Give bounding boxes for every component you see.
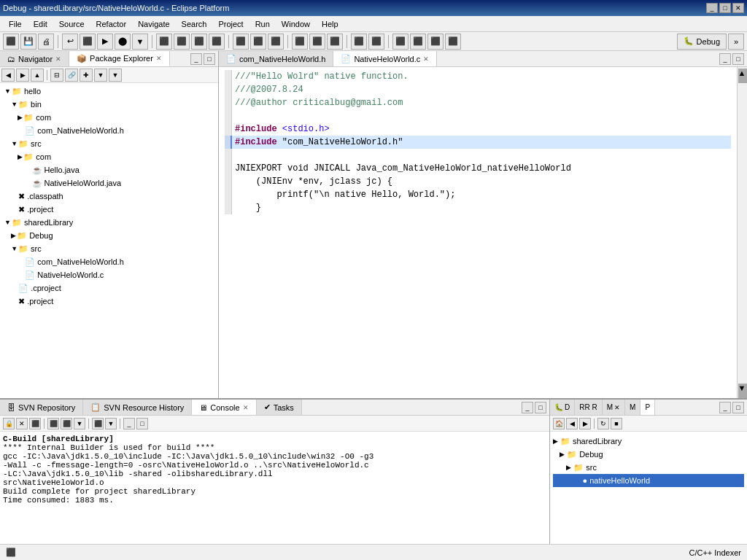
console-clear-btn[interactable]: ✕ bbox=[16, 418, 28, 429]
tree-item[interactable]: ✖.project bbox=[1, 295, 217, 308]
console-btn2[interactable]: ⬛ bbox=[61, 418, 72, 429]
toolbar-btn-7[interactable]: ⬤ bbox=[115, 34, 131, 50]
navigator-close-icon[interactable]: ✕ bbox=[55, 55, 61, 63]
editor-tab-c[interactable]: 📄 NativeHeloWorld.c ✕ bbox=[333, 51, 437, 66]
toolbar-btn-8[interactable]: ▼ bbox=[132, 34, 148, 50]
tree-item[interactable]: ▶📁com bbox=[1, 150, 217, 163]
close-button[interactable]: ✕ bbox=[732, 3, 744, 13]
scrollbar-up[interactable]: ▲ bbox=[738, 69, 747, 83]
minimize-button[interactable]: _ bbox=[706, 3, 718, 13]
editor-minimize[interactable]: _ bbox=[719, 53, 731, 65]
up-button[interactable]: ▲ bbox=[31, 69, 44, 82]
toolbar-btn-2[interactable]: 💾 bbox=[20, 34, 36, 50]
tree-item[interactable]: ▶📁com bbox=[1, 111, 217, 124]
tree-item[interactable]: ▼📁src bbox=[1, 137, 217, 150]
toolbar-btn-4[interactable]: ↩ bbox=[62, 34, 78, 50]
br-tab-d[interactable]: 🐛 D bbox=[550, 400, 575, 415]
tree-item[interactable]: ▼📁hello bbox=[1, 85, 217, 98]
br-tree-item[interactable]: ▶📁Debug bbox=[553, 448, 744, 461]
tab-package-explorer[interactable]: 📦 Package Explorer ✕ bbox=[69, 51, 170, 66]
editor-scrollbar[interactable]: ▲ ▼ bbox=[737, 67, 747, 398]
bottom-maximize[interactable]: □ bbox=[535, 402, 546, 413]
br-home-btn[interactable]: 🏠 bbox=[553, 418, 565, 429]
tree-item[interactable]: ☕NativeHeloWorld.java bbox=[1, 176, 217, 190]
console-close-icon[interactable]: ✕ bbox=[243, 404, 249, 411]
console-btn1[interactable]: ⬛ bbox=[47, 418, 59, 429]
package-explorer-close-icon[interactable]: ✕ bbox=[156, 55, 162, 62]
tree-item[interactable]: ✖.project bbox=[1, 203, 217, 216]
toolbar-btn-1[interactable]: ⬛ bbox=[3, 34, 19, 50]
toolbar-btn-20[interactable]: ⬛ bbox=[368, 34, 384, 50]
bottom-minimize[interactable]: _ bbox=[522, 402, 533, 413]
scrollbar-down[interactable]: ▼ bbox=[738, 384, 747, 398]
br-tree-item[interactable]: ▶📁sharedLibrary bbox=[553, 435, 744, 448]
br-tab-m1[interactable]: M ✕ bbox=[603, 400, 625, 415]
br-back-btn[interactable]: ◀ bbox=[566, 418, 578, 429]
back-button[interactable]: ◀ bbox=[1, 69, 15, 82]
code-area[interactable]: ///"Hello Wolrd" native function.///@200… bbox=[219, 67, 737, 398]
tab-svn-history[interactable]: 📋 SVN Resource History bbox=[83, 400, 192, 415]
tree-item[interactable]: 📄.cproject bbox=[1, 281, 217, 295]
console-btn4[interactable]: ⬛ bbox=[92, 418, 104, 429]
toolbar-btn-24[interactable]: ⬛ bbox=[445, 34, 461, 50]
br-tree-item[interactable]: ●nativeHelloWorld bbox=[553, 474, 744, 487]
tab-navigator[interactable]: 🗂 Navigator ✕ bbox=[0, 51, 69, 66]
menu-file[interactable]: File bbox=[3, 18, 28, 30]
debug-perspective-button[interactable]: 🐛 Debug bbox=[677, 34, 727, 50]
tree-item[interactable]: 📄NativeHeloWorld.c bbox=[1, 268, 217, 281]
br-refresh-btn[interactable]: ↻ bbox=[597, 418, 609, 429]
menu-run[interactable]: Run bbox=[249, 18, 276, 30]
console-btn6[interactable]: _ bbox=[123, 418, 135, 429]
menu-search[interactable]: Search bbox=[176, 18, 213, 30]
maximize-button[interactable]: □ bbox=[719, 3, 731, 13]
console-btn5[interactable]: ▼ bbox=[105, 418, 117, 429]
toolbar-btn-12[interactable]: ⬛ bbox=[209, 34, 225, 50]
tab-svn-repo[interactable]: 🗄 SVN Repository bbox=[0, 400, 83, 415]
editor-maximize[interactable]: □ bbox=[732, 53, 744, 65]
view-menu-button[interactable]: ▼ bbox=[109, 69, 122, 82]
toolbar-btn-9[interactable]: ⬛ bbox=[156, 34, 172, 50]
settings-button[interactable]: ▼ bbox=[94, 69, 107, 82]
br-tree-item[interactable]: ▶📁src bbox=[553, 461, 744, 474]
tree-item[interactable]: ✖.classpath bbox=[1, 190, 217, 203]
toolbar-btn-14[interactable]: ⬛ bbox=[250, 34, 266, 50]
toolbar-btn-23[interactable]: ⬛ bbox=[427, 34, 444, 50]
title-bar-controls[interactable]: _ □ ✕ bbox=[706, 3, 744, 13]
toolbar-chevron[interactable]: » bbox=[728, 34, 744, 50]
br-tab-m2[interactable]: M bbox=[625, 400, 640, 415]
toolbar-btn-19[interactable]: ⬛ bbox=[351, 34, 367, 50]
tab-console[interactable]: 🖥 Console ✕ bbox=[192, 400, 256, 415]
console-lock-btn[interactable]: 🔒 bbox=[3, 418, 15, 429]
tree-item[interactable]: ▶📁Debug bbox=[1, 229, 217, 242]
tree-item[interactable]: ▼📁bin bbox=[1, 98, 217, 111]
br-tab-p[interactable]: P bbox=[640, 400, 655, 415]
br-m1-close[interactable]: ✕ bbox=[614, 404, 620, 411]
br-tab-rr[interactable]: RR R bbox=[575, 400, 602, 415]
toolbar-btn-3[interactable]: 🖨 bbox=[38, 34, 54, 50]
tree-item[interactable]: ▼📁sharedLibrary bbox=[1, 216, 217, 229]
toolbar-btn-21[interactable]: ⬛ bbox=[392, 34, 409, 50]
menu-help[interactable]: Help bbox=[316, 18, 344, 30]
toolbar-btn-5[interactable]: ⬛ bbox=[80, 34, 96, 50]
editor-tab-h[interactable]: 📄 com_NativeHeloWorld.h bbox=[219, 51, 333, 66]
toolbar-btn-17[interactable]: ⬛ bbox=[309, 34, 325, 50]
tree-item[interactable]: 📄com_NativeHeloWorld.h bbox=[1, 255, 217, 268]
toolbar-btn-11[interactable]: ⬛ bbox=[191, 34, 207, 50]
br-maximize[interactable]: □ bbox=[732, 402, 744, 413]
new-button[interactable]: ✚ bbox=[80, 69, 93, 82]
left-panel-minimize[interactable]: _ bbox=[190, 53, 202, 65]
menu-navigate[interactable]: Navigate bbox=[132, 18, 175, 30]
tree-item[interactable]: ▼📁src bbox=[1, 242, 217, 255]
toolbar-btn-22[interactable]: ⬛ bbox=[410, 34, 426, 50]
toolbar-btn-16[interactable]: ⬛ bbox=[292, 34, 308, 50]
console-btn7[interactable]: □ bbox=[136, 418, 148, 429]
menu-refactor[interactable]: Refactor bbox=[90, 18, 133, 30]
br-stop-btn[interactable]: ■ bbox=[611, 418, 622, 429]
toolbar-btn-6[interactable]: ▶ bbox=[97, 34, 113, 50]
console-scroll-lock[interactable]: ⬛ bbox=[29, 418, 41, 429]
toolbar-btn-15[interactable]: ⬛ bbox=[268, 34, 284, 50]
tree-item[interactable]: 📄com_NativeHeloWorld.h bbox=[1, 124, 217, 137]
console-btn3[interactable]: ▼ bbox=[74, 418, 85, 429]
tab-tasks[interactable]: ✔ Tasks bbox=[257, 400, 302, 415]
forward-button[interactable]: ▶ bbox=[16, 69, 29, 82]
